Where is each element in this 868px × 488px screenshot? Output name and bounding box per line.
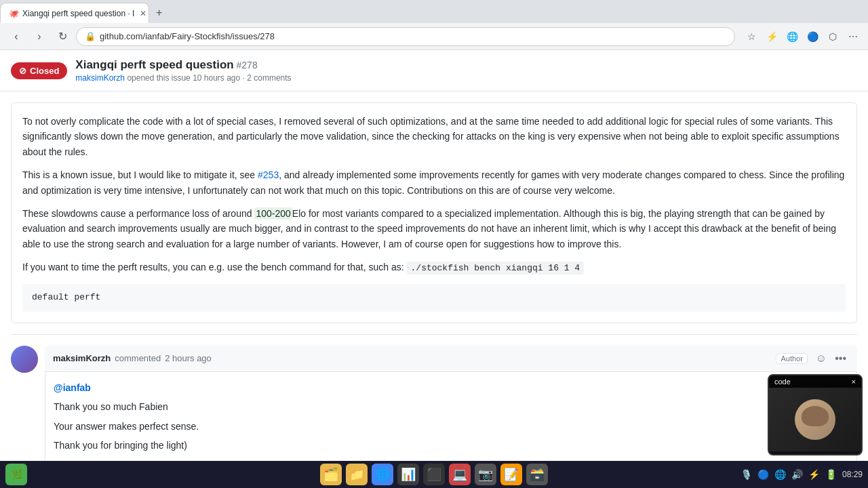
issue-meta: maksimKorzh opened this issue 10 hours a… xyxy=(75,73,291,83)
paragraph-3: These slowdowns cause a performance loss… xyxy=(22,206,846,251)
closed-icon: ⊘ xyxy=(19,66,26,76)
new-tab-button[interactable]: + xyxy=(149,3,169,23)
highlight-elo: 100-200 xyxy=(254,207,292,220)
avatar-maksimkorzh xyxy=(11,346,38,373)
active-tab[interactable]: 🐙 Xiangqi perft speed question · I ✕ xyxy=(0,3,149,23)
comment-box-1: To not overly complicate the code with a… xyxy=(11,102,857,323)
issue-author-link[interactable]: maksimKorzh xyxy=(75,73,125,83)
taskbar-right: 🎙️ 🔵 🌐 🔊 ⚡ 🔋 08:29 xyxy=(741,469,863,480)
menu-icon[interactable]: ⋯ xyxy=(845,28,861,45)
video-title-bar: code × xyxy=(769,375,861,388)
issue-header: ⊘ Closed Xiangqi perft speed question #2… xyxy=(0,50,868,92)
tab-close-button[interactable]: ✕ xyxy=(138,9,148,18)
url-text[interactable]: github.com/ianfab/Fairy-Stockfish/issues… xyxy=(100,31,726,41)
code-block: default perft xyxy=(22,284,846,312)
issue-title-block: Xiangqi perft speed question #278 maksim… xyxy=(75,58,291,83)
code-taskbar-icon[interactable]: 💻 xyxy=(449,464,471,485)
extensions-icon[interactable]: ⚡ xyxy=(764,28,780,45)
thank-line2: Your answer makes perfect sense. xyxy=(54,419,848,434)
inline-code: ./stockfish bench xiangqi 16 1 4 xyxy=(407,262,585,274)
reload-button[interactable]: ↻ xyxy=(53,27,72,46)
bluetooth-icon: 🔵 xyxy=(757,469,769,480)
browser-icon3[interactable]: ⬡ xyxy=(825,28,841,45)
chrome-taskbar-icon[interactable]: 🌐 xyxy=(372,464,393,485)
comment-body-1: To not overly complicate the code with a… xyxy=(12,103,856,323)
notes-taskbar-icon[interactable]: 📝 xyxy=(500,464,522,485)
closed-badge: ⊘ Closed xyxy=(11,62,67,79)
comment-wrapper-2: maksimKorzh commented 2 hours ago Author… xyxy=(11,346,857,466)
terminal-taskbar-icon[interactable]: ⬛ xyxy=(423,464,445,485)
video-title-text: code xyxy=(774,378,791,386)
volume-icon: 🔊 xyxy=(791,469,803,480)
browser-icon2[interactable]: 🔵 xyxy=(804,28,821,45)
bookmark-icon[interactable]: ☆ xyxy=(743,28,760,45)
video-face xyxy=(795,399,835,440)
paragraph-2: This is a known issue, but I would like … xyxy=(22,167,846,198)
mic-icon: 🎙️ xyxy=(741,469,752,480)
comment-actions: ☺ ••• xyxy=(813,351,849,366)
mention-text: @ianfab xyxy=(54,382,91,393)
battery-icon: 🔋 xyxy=(825,469,837,480)
taskbar-time: 08:29 xyxy=(842,470,863,479)
timeline: To not overly complicate the code with a… xyxy=(11,102,857,488)
comment-header-right: Author ☺ ••• xyxy=(776,351,849,366)
thank-line3: Thank you for bringing the light) xyxy=(54,438,848,453)
comment-header-2: maksimKorzh commented 2 hours ago Author… xyxy=(45,346,857,372)
video-body xyxy=(769,388,861,451)
monitor-taskbar-icon[interactable]: 📊 xyxy=(397,464,419,485)
author-badge: Author xyxy=(776,353,807,364)
issue-time: 10 hours ago xyxy=(193,73,240,83)
network-icon: 🌐 xyxy=(774,469,786,480)
navigation-bar: ‹ › ↻ 🔒 github.com/ianfab/Fairy-Stockfis… xyxy=(0,23,868,50)
back-button[interactable]: ‹ xyxy=(7,27,26,46)
camera-taskbar-icon[interactable]: 📷 xyxy=(475,464,496,485)
start-button[interactable]: 🌿 xyxy=(5,464,27,485)
nav-icons: ☆ ⚡ 🌐 🔵 ⬡ ⋯ xyxy=(743,28,861,45)
browser-titlebar: 🐙 Xiangqi perft speed question · I ✕ + ‹… xyxy=(0,0,868,50)
mention-line: @ianfab xyxy=(54,380,848,395)
files2-taskbar-icon[interactable]: 🗃️ xyxy=(526,464,548,485)
issue-action: opened this issue xyxy=(127,73,190,83)
more-options-button[interactable]: ••• xyxy=(832,351,849,366)
paragraph-1: To not overly complicate the code with a… xyxy=(22,114,846,159)
lock-icon: 🔒 xyxy=(85,31,96,41)
closed-label: Closed xyxy=(30,66,59,76)
video-widget: code × xyxy=(768,374,863,455)
thank-line1: Thank you so much Fabien xyxy=(54,399,848,414)
comment-time: 2 hours ago xyxy=(165,353,212,363)
comment-container-2: maksimKorzh commented 2 hours ago Author… xyxy=(45,346,857,466)
forward-button[interactable]: › xyxy=(30,27,49,46)
video-close-button[interactable]: × xyxy=(852,378,856,386)
paragraph-4: If you want to time the perft results, y… xyxy=(22,260,846,276)
comment-author[interactable]: maksimKorzh xyxy=(53,353,111,363)
avatar-image xyxy=(11,346,38,373)
start-icon: 🌿 xyxy=(11,469,22,480)
taskbar-center: 🗂️ 📁 🌐 📊 ⬛ 💻 📷 📝 🗃️ xyxy=(320,464,548,485)
comment-action: commented xyxy=(115,353,161,363)
files-taskbar-icon[interactable]: 🗂️ xyxy=(320,464,342,485)
tab-bar: 🐙 Xiangqi perft speed question · I ✕ + xyxy=(0,0,868,23)
divider-1 xyxy=(11,334,857,335)
comment-header-left: maksimKorzh commented 2 hours ago xyxy=(53,353,212,363)
tab-title: Xiangqi perft speed question · I xyxy=(22,9,134,18)
main-area: To not overly complicate the code with a… xyxy=(0,92,868,488)
issue-number: #278 xyxy=(237,60,258,70)
emoji-reaction-button[interactable]: ☺ xyxy=(813,351,829,366)
power-icon: ⚡ xyxy=(808,469,820,480)
browser-icon1[interactable]: 🌐 xyxy=(784,28,800,45)
issue-title: Xiangqi perft speed question xyxy=(75,58,233,71)
taskbar: 🌿 🗂️ 📁 🌐 📊 ⬛ 💻 📷 📝 🗃️ 🎙️ 🔵 🌐 🔊 ⚡ 🔋 08:29 xyxy=(0,461,868,488)
folder-taskbar-icon[interactable]: 📁 xyxy=(346,464,368,485)
tab-favicon: 🐙 xyxy=(9,9,18,18)
comment-body-2: @ianfab Thank you so much Fabien Your an… xyxy=(45,372,857,466)
address-bar[interactable]: 🔒 github.com/ianfab/Fairy-Stockfish/issu… xyxy=(76,27,735,46)
issue-comments: 2 comments xyxy=(247,73,291,83)
issue-link[interactable]: #253 xyxy=(258,169,279,180)
